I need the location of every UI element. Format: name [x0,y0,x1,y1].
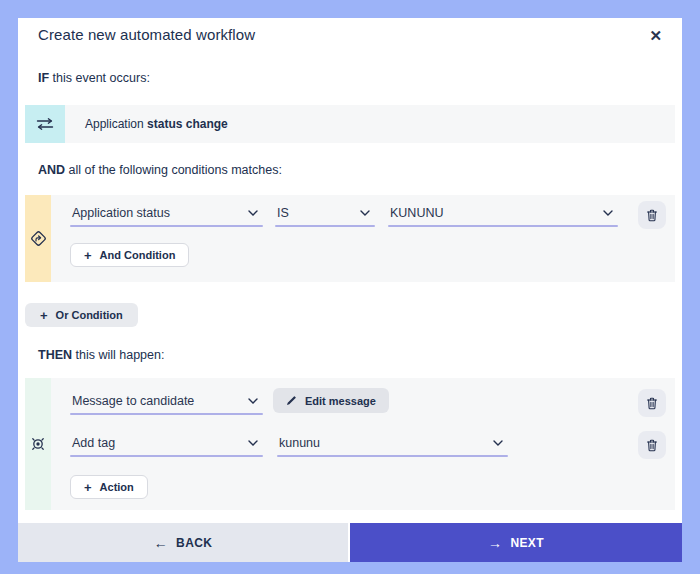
and-label-rest: all of the following conditions matches: [65,163,282,177]
action-type-select[interactable]: Message to candidate [70,391,263,415]
event-row[interactable]: Application status change [25,105,675,143]
back-label: BACK [176,536,212,550]
add-action-button[interactable]: +Action [70,475,148,499]
if-label: IF this event occurs: [38,71,662,85]
plus-icon: + [40,309,48,322]
add-action-label: Action [100,481,134,493]
event-prefix: Application [85,117,147,131]
underline [70,413,263,415]
condition-diamond-icon [29,229,48,248]
trash-icon [646,397,658,410]
condition-value: KUNUNU [390,206,443,220]
modal-title: Create new automated workflow [38,26,255,43]
delete-condition-button[interactable] [638,201,666,229]
underline [70,455,263,457]
condition-field-value: Application status [72,206,170,220]
chevron-down-icon [603,210,613,216]
condition-value-select[interactable]: KUNUNU [388,203,618,227]
condition-group: Application status IS KUNUNU [25,195,675,282]
condition-field-select[interactable]: Application status [70,203,263,227]
then-label-bold: THEN [38,348,72,362]
add-or-condition-label: Or Condition [56,309,123,321]
add-or-condition-button[interactable]: +Or Condition [25,303,138,327]
then-label-rest: this will happen: [72,348,164,362]
if-label-bold: IF [38,71,49,85]
event-name: status change [147,117,228,131]
footer: ←BACK →NEXT [18,523,682,562]
event-description: Application status change [85,117,228,131]
add-and-condition-button[interactable]: +And Condition [70,243,189,267]
if-label-rest: this event occurs: [49,71,150,85]
action-type-value: Message to candidate [72,394,194,408]
plus-icon: + [84,249,92,262]
edit-message-label: Edit message [305,395,376,407]
trash-icon [646,209,658,222]
chevron-down-icon [360,210,370,216]
then-label: THEN this will happen: [38,348,662,362]
action-body: Message to candidate Edit message [51,378,675,510]
add-and-condition-label: And Condition [100,249,176,261]
condition-operator-select[interactable]: IS [275,203,375,227]
plus-icon: + [84,481,92,494]
modal-header: Create new automated workflow ✕ [18,18,682,45]
tag-value-select[interactable]: kununu [277,433,508,457]
arrow-right-icon: → [488,536,502,550]
tag-value: kununu [279,436,320,450]
next-label: NEXT [510,536,544,550]
condition-strip [25,195,51,282]
and-label-bold: AND [38,163,65,177]
action-type-select[interactable]: Add tag [70,433,263,457]
underline [70,225,263,227]
chevron-down-icon [493,440,503,446]
back-button[interactable]: ←BACK [18,523,348,562]
action-row-tag: Add tag kununu [70,433,666,459]
condition-row: Application status IS KUNUNU [70,203,666,229]
condition-operator-value: IS [277,206,289,220]
target-icon [28,434,48,454]
underline [388,225,618,227]
event-icon-box [25,105,65,143]
delete-action-button[interactable] [638,389,666,417]
edit-message-button[interactable]: Edit message [273,388,389,413]
swap-arrows-icon [36,118,54,130]
trash-icon [646,439,658,452]
chevron-down-icon [248,398,258,404]
condition-body: Application status IS KUNUNU [51,195,675,282]
action-group: Message to candidate Edit message [25,378,675,510]
next-button[interactable]: →NEXT [350,523,682,562]
pencil-icon [286,395,297,406]
action-type-value: Add tag [72,436,115,450]
underline [275,225,375,227]
arrow-left-icon: ← [154,536,168,550]
underline [277,455,508,457]
chevron-down-icon [248,210,258,216]
close-icon[interactable]: ✕ [647,26,664,45]
action-strip [25,378,51,510]
chevron-down-icon [248,440,258,446]
action-row-message: Message to candidate Edit message [70,391,666,417]
delete-action-button[interactable] [638,431,666,459]
create-workflow-modal: Create new automated workflow ✕ IF this … [18,18,682,562]
and-label: AND all of the following conditions matc… [38,163,662,177]
